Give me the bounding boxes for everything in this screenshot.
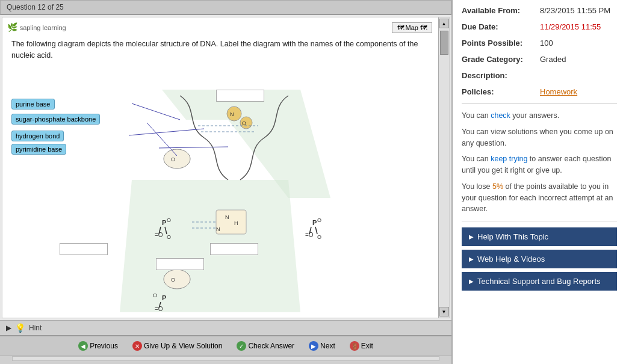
label-input-bottom-right[interactable] [210,243,258,255]
hint-label[interactable]: Hint [29,324,42,332]
scroll-bar: ▲ ▼ [438,17,449,318]
dna-svg: N O O P =O O O [60,90,397,312]
policies-label: Policies: [462,87,540,96]
svg-point-22 [164,270,190,289]
purine-base-label: purine base [11,99,55,110]
svg-text:P: P [312,219,317,226]
exit-icon: 🚪 [350,341,359,351]
svg-line-38 [147,123,177,156]
grade-label: Grade Category: [462,55,540,64]
map-button[interactable]: 🗺 Map 🗺 [392,22,432,33]
points-row: Points Possible: 100 [462,39,617,48]
check-answer-button[interactable]: ✓ Check Answer [232,339,299,353]
question-content-area: 🌿 sapling learning 🗺 Map 🗺 ▲ ▼ The follo… [2,17,450,318]
svg-line-19 [315,227,317,234]
svg-text:N: N [225,214,229,220]
svg-text:P: P [162,219,166,226]
logo-leaf-icon: 🌿 [7,22,17,32]
svg-text:=O: =O [155,306,163,312]
help-with-topic-button[interactable]: ▶ Help With This Topic [462,227,617,246]
divider-1 [462,103,617,104]
exit-button[interactable]: 🚪 Exit [345,339,378,353]
grade-row: Grade Category: Graded [462,55,617,64]
label-input-top-right[interactable] [216,90,264,102]
available-from-value: 8/23/2015 11:55 PM [540,6,610,15]
policy-text-3: You can keep trying to answer each quest… [462,153,617,176]
label-input-bottom-left[interactable] [60,243,108,255]
question-header: Question 12 of 25 [0,0,451,15]
available-from-label: Available From: [462,6,540,15]
description-row: Description: [462,71,617,80]
nav-bar: ◀ Previous ✕ Give Up & View Solution ✓ C… [0,335,451,356]
web-help-videos-button[interactable]: ▶ Web Help & Videos [462,250,617,268]
label-input-bottom-center[interactable] [156,258,204,270]
dna-diagram: N O O P =O O O [60,90,409,312]
bottom-scroll-track[interactable] [12,356,439,361]
svg-point-2 [227,106,241,121]
svg-text:=O: =O [305,232,314,238]
give-up-icon: ✕ [132,341,142,351]
svg-text:P: P [162,294,166,301]
give-up-button[interactable]: ✕ Give Up & View Solution [128,339,228,353]
check-icon: ✓ [237,341,246,351]
svg-line-37 [132,103,180,120]
svg-text:O: O [171,156,175,162]
svg-text:N: N [216,226,220,232]
scroll-up-button[interactable]: ▲ [439,19,449,28]
pyrimidine-base-label: pyrimidine base [11,144,66,155]
svg-text:O: O [317,234,321,240]
policy-text-1: You can check your answers. [462,110,617,122]
description-label: Description: [462,71,540,80]
hint-bulb-icon: 💡 [15,323,25,333]
svg-text:O: O [317,217,321,223]
svg-line-39 [129,129,204,135]
svg-rect-28 [216,210,246,234]
previous-icon: ◀ [78,341,88,351]
available-from-row: Available From: 8/23/2015 11:55 PM [462,6,617,15]
hint-play-icon[interactable]: ▶ [6,324,11,332]
svg-text:O: O [167,234,171,240]
svg-text:N: N [230,111,234,117]
tech-support-button[interactable]: ▶ Technical Support and Bug Reports [462,272,617,291]
scroll-down-button[interactable]: ▼ [439,307,449,316]
points-label: Points Possible: [462,39,540,48]
svg-text:O: O [167,217,171,223]
policies-value[interactable]: Homework [540,87,577,96]
previous-button[interactable]: ◀ Previous [73,339,123,353]
due-date-value: 11/29/2015 11:55 [540,22,601,31]
scroll-thumb[interactable] [440,31,448,55]
grade-value: Graded [540,55,566,64]
points-value: 100 [540,39,553,48]
map-icon: 🗺 [397,24,404,31]
help-topic-arrow-icon: ▶ [469,233,474,240]
next-button[interactable]: ▶ Next [304,339,340,353]
question-text: The following diagram depicts the molecu… [11,39,431,61]
hydrogen-bond-label: hydrogen bond [11,131,64,141]
diagram-area: purine base sugar-phosphate backbone hyd… [11,90,431,288]
logo-text: sapling learning [20,24,66,31]
svg-point-8 [164,149,190,168]
tech-support-arrow-icon: ▶ [469,278,474,285]
svg-text:H: H [234,220,238,226]
question-label: Question 12 of 25 [7,3,64,11]
left-bottom-scrollbar [0,356,451,364]
divider-2 [462,221,617,221]
policies-row: Policies: Homework [462,87,617,96]
web-help-arrow-icon: ▶ [469,256,474,262]
svg-text:=O: =O [155,232,163,238]
svg-text:O: O [171,277,175,283]
sapling-logo: 🌿 sapling learning [7,22,66,32]
svg-text:O: O [153,292,157,298]
policy-text-2: You can view solutions when you come up … [462,126,617,149]
policy-text-4: You lose 5% of the points available to y… [462,181,617,215]
due-date-row: Due Date: 11/29/2015 11:55 [462,22,617,31]
next-icon: ▶ [309,341,318,351]
right-panel: Available From: 8/23/2015 11:55 PM Due D… [451,0,626,364]
web-help-label: Web Help & Videos [477,254,545,264]
due-date-label: Due Date: [462,22,540,31]
hint-bar: ▶ 💡 Hint [0,320,451,335]
